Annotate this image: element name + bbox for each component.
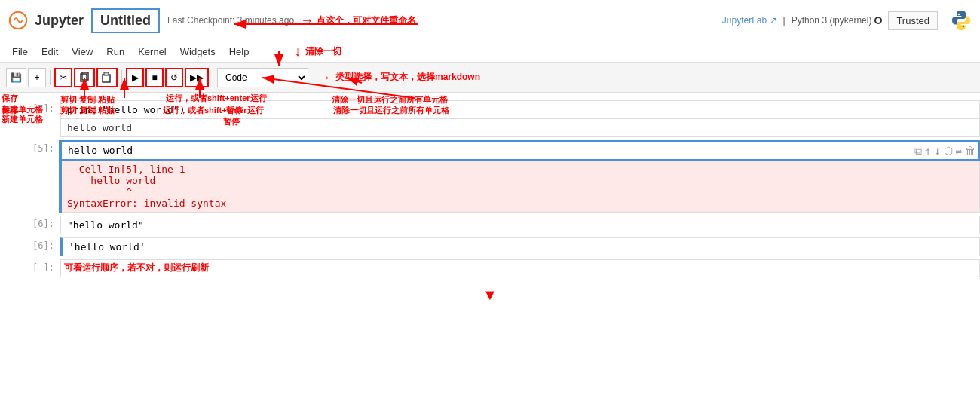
paste-button[interactable] [96,68,118,87]
toolbar-separator-2 [121,70,122,85]
type-arrow: → [319,71,331,84]
clear-annotation: 清除一切 [305,45,341,58]
menu-kernel[interactable]: Kernel [132,44,173,59]
menu-run[interactable]: Run [100,44,130,59]
cell-action-delete-icon[interactable]: 🗑 [965,145,975,158]
cell-7-prompt: [7]: [0,100,60,137]
bottom-arrow-area: ▼ [0,280,980,310]
jupyterlab-link[interactable]: JupyterLab ↗ [722,15,777,26]
bottom-arrow-icon: ▼ [482,286,498,303]
type-annotation: 类型选择，写文本，选择markdown [335,71,480,84]
cell-empty-prompt: [ ]: [0,259,60,277]
cell-7: [7]: print("hello world") hello world [0,100,980,137]
menu-file[interactable]: File [6,44,34,59]
svg-rect-6 [104,72,109,75]
checkpoint-text: Last Checkpoint: 3 minutes ago [167,15,294,26]
cell-5-error-line1: Cell In[5], line 1 [67,164,973,175]
cell-6-input[interactable]: "hello world" [60,216,980,234]
cell-7-output: hello world [60,119,980,137]
cell-6-prompt: [6]: [0,216,60,234]
cell-action-copy-icon[interactable]: ⧉ [914,145,922,158]
cell-5-actions: ⧉ ↑ ↓ ⬡ ⇌ 🗑 [914,145,975,158]
cell-6-code: "hello world" [67,219,144,231]
cell-5-code: hello world [68,145,133,156]
cell-type-select[interactable]: Code Markdown Raw NBConvert Heading [217,68,308,87]
jupyter-brand-text: Jupyter [35,13,84,29]
cell-5-error-line3: ^ [67,186,973,197]
cell-61-input[interactable]: 'hello world' [60,237,980,256]
cell-action-merge-icon[interactable]: ⇌ [956,145,962,158]
cell-action-link-icon[interactable]: ⬡ [944,145,953,158]
jupyter-logo [8,10,29,31]
cell-empty: [ ]: 可看运行顺序，若不对，则运行刷新 [0,259,980,277]
title-arrow: → [300,13,314,29]
menu-help[interactable]: Help [223,44,256,59]
copy-button[interactable] [74,68,95,87]
cell-5-selection-bar [59,140,62,213]
top-right-area: JupyterLab ↗ | Python 3 (ipykernel) Trus… [722,9,972,32]
cell-action-down-icon[interactable]: ↓ [934,145,940,158]
cells-area: [7]: print("hello world") hello world [5… [0,93,980,398]
menu-view[interactable]: View [66,44,99,59]
cell-5-input[interactable]: hello world ⧉ ↑ ↓ ⬡ ⇌ 🗑 [60,140,980,161]
svg-point-2 [963,26,964,27]
cell-61: [6]: 'hello world' [0,237,980,256]
save-button[interactable]: 💾 [6,68,26,87]
toolbar: 💾 + ✂ ▶ ■ ↺ ▶▶ Code Markdown Raw NBConve… [0,63,980,93]
cell-7-code: print("hello world") [67,104,185,115]
interrupt-button[interactable]: ■ [145,68,164,87]
kernel-label: Python 3 (ipykernel) [792,15,872,26]
kernel-indicator: Python 3 (ipykernel) [792,15,883,26]
run-button[interactable]: ▶ [126,68,144,87]
menu-widgets[interactable]: Widgets [174,44,222,59]
cell-5-error-output: Cell In[5], line 1 hello world ^ SyntaxE… [60,161,980,213]
notebook-title-button[interactable]: Untitled [91,8,160,33]
kernel-separator: | [783,15,786,26]
title-annotation: 点这个，可对文件重命名 [317,14,416,27]
cell-5-error-line2: hello world [67,175,973,186]
cell-empty-input[interactable]: 可看运行顺序，若不对，则运行刷新 [60,259,980,277]
cell-61-prompt: [6]: [0,237,60,256]
add-cell-button[interactable]: + [28,68,46,87]
run-order-annotation: 可看运行顺序，若不对，则运行刷新 [64,262,209,274]
run-all-button[interactable]: ▶▶ [185,68,209,87]
cell-61-code: 'hello world' [69,241,145,253]
cell-6: [6]: "hello world" [0,216,980,234]
cell-7-input[interactable]: print("hello world") [60,100,980,119]
cut-button[interactable]: ✂ [54,68,72,87]
cell-5-error-msg: SyntaxError: invalid syntax [67,197,973,209]
menu-edit[interactable]: Edit [35,44,64,59]
cell-5: [5]: hello world ⧉ ↑ ↓ ⬡ ⇌ 🗑 Cell In[5 [0,140,980,213]
clear-arrow: ↓ [294,44,301,60]
toolbar-separator-1 [50,70,51,85]
cell-5-prompt: [5]: [0,140,60,213]
restart-button[interactable]: ↺ [165,68,183,87]
python-logo-icon [950,9,972,32]
trusted-badge: Trusted [888,11,938,30]
notebook-area: [7]: print("hello world") hello world [5… [0,93,980,398]
kernel-status-circle [874,17,882,24]
cell-action-up-icon[interactable]: ↑ [925,145,931,158]
menu-bar: File Edit View Run Kernel Widgets Help ↓… [0,41,980,63]
toolbar-separator-3 [213,70,213,85]
svg-point-1 [958,14,960,15]
